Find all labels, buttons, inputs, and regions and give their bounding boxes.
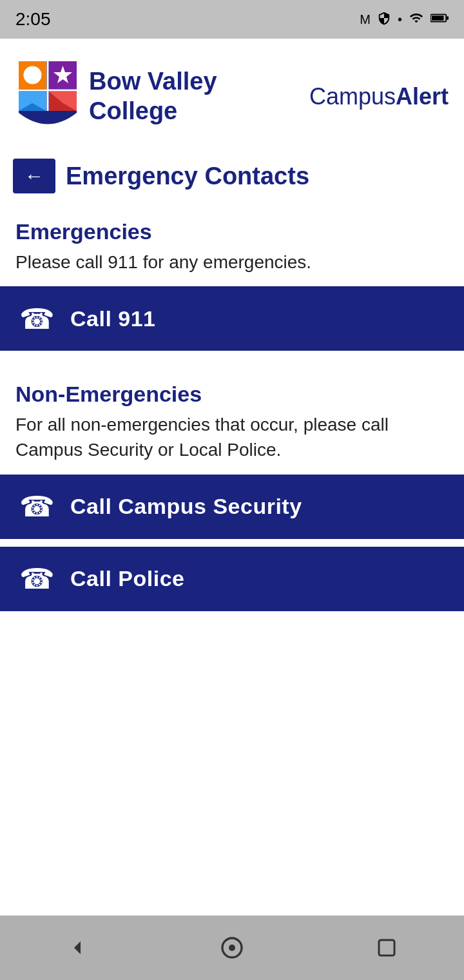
non-emergencies-description: For all non-emergencies that occur, plea… <box>15 412 449 462</box>
phone-icon-security: ☎ <box>19 490 55 523</box>
emergencies-title: Emergencies <box>15 219 449 244</box>
shield-icon <box>377 11 391 28</box>
main-content: Bow Valley College CampusAlert ← Emergen… <box>0 39 464 916</box>
call-police-button[interactable]: ☎ Call Police <box>0 547 464 611</box>
phone-icon-911: ☎ <box>19 302 55 335</box>
call-security-wrapper: ☎ Call Campus Security <box>0 475 464 547</box>
nav-recents-button[interactable] <box>361 922 412 974</box>
svg-point-4 <box>24 66 42 84</box>
bvc-logo <box>15 58 80 135</box>
wifi-icon <box>409 11 424 28</box>
call-security-label: Call Campus Security <box>70 494 302 519</box>
dot-icon: • <box>398 12 402 27</box>
svg-point-15 <box>229 945 235 951</box>
svg-rect-16 <box>379 940 394 956</box>
campus-text: Campus <box>309 83 396 110</box>
call-police-wrapper: ☎ Call Police <box>0 547 464 619</box>
page-title: Emergency Contacts <box>66 162 309 190</box>
non-emergencies-section: Non-Emergencies For all non-emergencies … <box>0 366 464 474</box>
college-name: Bow Valley College <box>89 67 309 126</box>
call-campus-security-button[interactable]: ☎ Call Campus Security <box>0 475 464 539</box>
call-911-button[interactable]: ☎ Call 911 <box>0 286 464 351</box>
phone-icon-police: ☎ <box>19 562 55 595</box>
nav-home-button[interactable] <box>206 922 258 974</box>
battery-icon <box>430 12 449 27</box>
app-header: Bow Valley College CampusAlert <box>0 39 464 148</box>
back-button[interactable]: ← <box>13 159 55 193</box>
logo-container: Bow Valley College <box>15 58 309 135</box>
emergencies-section: Emergencies Please call 911 for any emer… <box>0 204 464 286</box>
alert-text: Alert <box>396 83 449 110</box>
emergencies-description: Please call 911 for any emergencies. <box>15 250 449 275</box>
svg-marker-13 <box>74 941 81 954</box>
status-time: 2:05 <box>15 9 51 30</box>
call-911-wrapper: ☎ Call 911 <box>0 286 464 366</box>
back-arrow-icon: ← <box>24 165 44 187</box>
svg-rect-1 <box>432 15 444 20</box>
page-header: ← Emergency Contacts <box>0 148 464 204</box>
nav-back-button[interactable] <box>52 922 103 974</box>
bottom-nav-bar <box>0 916 464 980</box>
status-icons: M • <box>360 11 449 28</box>
non-emergencies-title: Non-Emergencies <box>15 382 449 407</box>
status-bar: 2:05 M • <box>0 0 464 39</box>
call-911-label: Call 911 <box>70 306 156 331</box>
message-icon: M <box>360 12 371 27</box>
call-police-label: Call Police <box>70 566 184 591</box>
svg-rect-2 <box>447 16 449 20</box>
campus-alert-label: CampusAlert <box>309 83 449 110</box>
